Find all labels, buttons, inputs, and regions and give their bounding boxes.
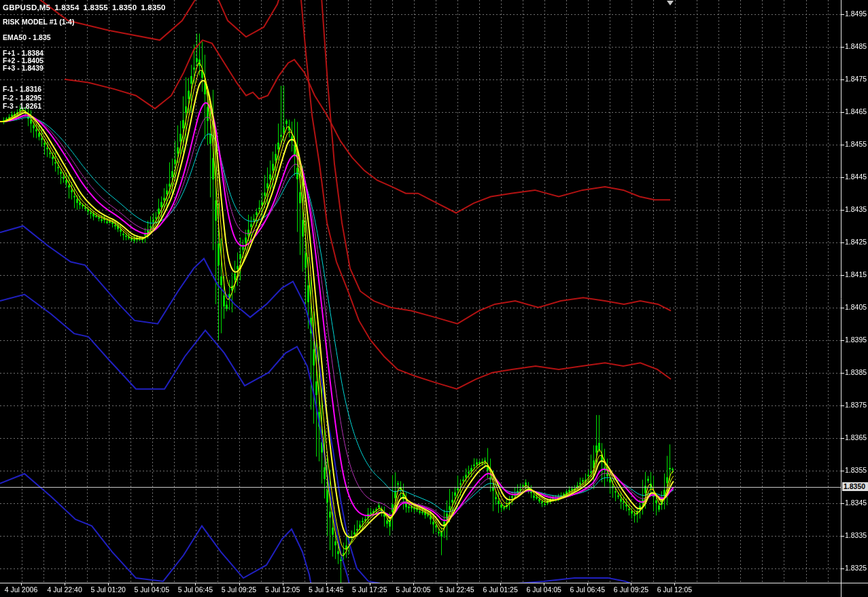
time-axis-label: 5 Jul 22:45 — [439, 585, 474, 594]
price-axis-label: 1.8435 — [845, 205, 867, 213]
price-axis-label: 1.8405 — [845, 303, 867, 311]
time-axis-label: 6 Jul 12:05 — [657, 585, 692, 594]
time-axis-label: 5 Jul 12:05 — [265, 585, 300, 594]
symbol-ohlc-line: GBPUSD,M51.83541.83551.83501.8350 — [3, 3, 170, 12]
price-axis-label: 1.8475 — [845, 75, 867, 83]
time-axis-label: 4 Jul 22:40 — [47, 585, 82, 594]
price-axis-label: 1.8415 — [845, 270, 867, 278]
time-axis-label: 6 Jul 06:45 — [570, 585, 605, 594]
price-axis-label: 1.8355 — [845, 466, 867, 474]
price-axis-label: 1.8395 — [845, 336, 867, 344]
time-axis-label: 5 Jul 14:45 — [309, 585, 343, 594]
indicator-label: F-3 - 1.8261 — [3, 102, 41, 110]
symbol-label: GBPUSD,M5 — [3, 3, 50, 12]
high-value: 1.8355 — [84, 3, 108, 12]
chart-canvas[interactable] — [0, 0, 868, 597]
open-value: 1.8354 — [54, 3, 79, 12]
time-axis-label: 6 Jul 01:25 — [483, 585, 517, 594]
close-value: 1.8350 — [141, 3, 165, 12]
price-axis-label: 1.8465 — [845, 107, 867, 115]
price-axis-label: 1.8425 — [845, 238, 867, 246]
price-axis-label: 1.8325 — [845, 564, 867, 572]
time-axis-label: 5 Jul 09:25 — [222, 585, 256, 594]
current-price-badge: 1.8350 — [842, 482, 868, 491]
price-axis-label: 1.8385 — [845, 368, 867, 376]
low-value: 1.8350 — [112, 3, 137, 12]
time-axis-label: 5 Jul 20:05 — [396, 585, 430, 594]
price-axis-label: 1.8445 — [845, 173, 867, 181]
price-axis-label: 1.8485 — [845, 42, 867, 50]
indicator-label: RISK MODEL #1 (1-4) — [3, 18, 74, 26]
chart-shift-marker-icon[interactable] — [667, 1, 674, 5]
indicator-label: F-1 - 1.8316 — [3, 85, 41, 93]
price-axis-label: 1.8375 — [845, 401, 867, 409]
price-axis-label: 1.8495 — [845, 10, 867, 18]
time-axis-label: 5 Jul 01:20 — [91, 585, 126, 594]
price-axis-label: 1.8455 — [845, 140, 867, 148]
time-axis-label: 5 Jul 06:45 — [178, 585, 213, 594]
price-axis-label: 1.8345 — [845, 499, 867, 507]
price-axis-label: 1.8365 — [845, 433, 867, 441]
time-axis-label: 5 Jul 17:25 — [352, 585, 387, 594]
indicator-label: F+3 - 1.8439 — [3, 64, 44, 72]
time-axis-label: 5 Jul 04:05 — [135, 585, 169, 594]
indicator-label: F-2 - 1.8295 — [3, 94, 41, 102]
time-axis-label: 6 Jul 04:05 — [527, 585, 561, 594]
chart-window: GBPUSD,M51.83541.83551.83501.8350 RISK M… — [0, 0, 868, 597]
price-axis-label: 1.8335 — [845, 531, 867, 539]
indicator-label: EMA50 - 1.835 — [3, 33, 51, 41]
time-axis-label: 6 Jul 09:25 — [614, 585, 648, 594]
time-axis-label: 4 Jul 2006 — [5, 585, 37, 594]
